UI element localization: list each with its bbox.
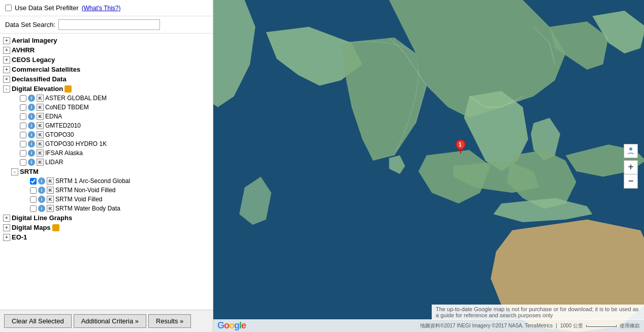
street-view-button[interactable] (624, 144, 638, 158)
results-button[interactable]: Results » (148, 314, 191, 328)
info-coned[interactable] (28, 104, 35, 111)
expand-declassified[interactable] (3, 76, 10, 83)
info-lidar[interactable] (28, 159, 35, 166)
check-gtopo30[interactable] (20, 132, 26, 138)
k-gtopo30[interactable] (37, 131, 44, 138)
check-srtm-vf[interactable] (30, 196, 37, 203)
map-marker[interactable]: 1 (455, 139, 467, 158)
k-coned[interactable] (37, 104, 44, 111)
check-lidar[interactable] (20, 159, 26, 166)
category-avhrr[interactable]: AVHRR (0, 45, 213, 55)
leaf-srtm-nv (21, 187, 28, 194)
dataset-ifsar[interactable]: IFSAR Alaska (0, 148, 213, 158)
map-attribution: 地圖資料©2017 INEGI Imagery ©2017 NASA, Terr… (420, 322, 640, 329)
dataset-edna[interactable]: EDNA (0, 112, 213, 121)
k-srtm-wb[interactable] (47, 205, 54, 212)
leaf-srtm1 (21, 177, 28, 185)
check-ifsar[interactable] (20, 150, 26, 157)
expand-commercial[interactable] (3, 66, 10, 73)
info-srtm-nv[interactable] (38, 187, 45, 194)
category-commercial[interactable]: Commercial Satellites (0, 65, 213, 74)
leaf-gmted (11, 122, 18, 129)
expand-eo1[interactable] (3, 234, 10, 241)
prefilter-checkbox[interactable] (5, 5, 12, 11)
map-svg (213, 0, 644, 332)
category-digital-maps[interactable]: Digital Maps (0, 223, 213, 232)
k-gmted[interactable] (37, 122, 44, 129)
category-digital-line[interactable]: Digital Line Graphs (0, 213, 213, 223)
check-aster[interactable] (20, 95, 26, 102)
dataset-lidar[interactable]: LIDAR (0, 158, 213, 167)
check-gtopo30hydro[interactable] (20, 141, 26, 147)
dataset-gtopo30[interactable]: GTOPO30 (0, 130, 213, 139)
leaf-lidar (11, 159, 18, 166)
expand-srtm[interactable] (11, 168, 18, 175)
dataset-srtm1[interactable]: SRTM 1 Arc-Second Global (0, 176, 213, 186)
dataset-aster[interactable]: ASTER GLOBAL DEM (0, 94, 213, 103)
additional-criteria-button[interactable]: Additional Criteria » (74, 314, 146, 328)
dataset-coned[interactable]: CoNED TBDEM (0, 103, 213, 112)
check-srtm-nv[interactable] (30, 187, 37, 194)
check-srtm1[interactable] (30, 178, 37, 185)
check-edna[interactable] (20, 113, 26, 120)
category-digital-elevation[interactable]: Digital Elevation (0, 84, 213, 94)
whats-this-link[interactable]: (What's This?) (82, 5, 121, 12)
check-coned[interactable] (20, 104, 26, 111)
map-footer: Google 地圖資料©2017 INEGI Imagery ©2017 NAS… (213, 319, 644, 332)
expand-digital-elevation[interactable] (3, 85, 10, 93)
info-gtopo30[interactable] (28, 131, 35, 138)
k-lidar[interactable] (37, 159, 44, 166)
category-eo1[interactable]: EO-1 (0, 232, 213, 242)
info-aster[interactable] (28, 95, 35, 102)
category-srtm[interactable]: SRTM (0, 167, 213, 176)
info-edna[interactable] (28, 113, 35, 120)
leaf-edna (11, 113, 18, 120)
k-ifsar[interactable] (37, 149, 44, 157)
info-srtm-vf[interactable] (38, 196, 45, 203)
k-edna[interactable] (37, 113, 44, 120)
expand-ceos[interactable] (3, 56, 10, 64)
k-aster[interactable] (37, 95, 44, 102)
expand-digital-line[interactable] (3, 215, 10, 222)
check-srtm-wb[interactable] (30, 205, 37, 212)
dataset-srtm-wb[interactable]: SRTM Water Body Data (0, 204, 213, 213)
tree-container[interactable]: Aerial Imagery AVHRR CEOS Legacy Commerc… (0, 34, 213, 310)
dataset-srtm-vf[interactable]: SRTM Void Filled (0, 195, 213, 204)
svg-point-2 (629, 147, 632, 150)
category-ceos[interactable]: CEOS Legacy (0, 55, 213, 65)
info-srtm-wb[interactable] (38, 205, 45, 212)
leaf-aster (11, 95, 18, 102)
bottom-bar: Clear All Selected Additional Criteria »… (0, 310, 213, 332)
category-declassified[interactable]: Declassified Data (0, 74, 213, 84)
info-gmted[interactable] (28, 122, 35, 129)
info-ifsar[interactable] (28, 149, 35, 157)
terms-link[interactable]: 使用條款 (620, 322, 640, 329)
prefilter-label[interactable]: Use Data Set Prefilter (15, 4, 79, 12)
zoom-controls: + − (624, 144, 638, 189)
check-gmted[interactable] (20, 123, 26, 129)
leaf-srtm-wb (21, 205, 28, 212)
k-srtm1[interactable] (47, 177, 54, 185)
pin-digital-maps (52, 224, 59, 231)
info-gtopo30hydro[interactable] (28, 140, 35, 147)
expand-avhrr[interactable] (3, 47, 10, 54)
expand-aerial[interactable] (3, 37, 10, 44)
search-input[interactable] (58, 19, 160, 30)
dataset-srtm-nv[interactable]: SRTM Non-Void Filled (0, 186, 213, 195)
dataset-gmted[interactable]: GMTED2010 (0, 121, 213, 130)
search-label: Data Set Search: (5, 21, 55, 28)
category-aerial[interactable]: Aerial Imagery (0, 36, 213, 45)
expand-digital-maps[interactable] (3, 224, 10, 231)
clear-all-button[interactable]: Clear All Selected (4, 314, 72, 328)
k-srtm-nv[interactable] (47, 187, 54, 194)
left-panel: Use Data Set Prefilter (What's This?) Da… (0, 0, 213, 332)
info-srtm1[interactable] (38, 177, 45, 185)
leaf-gtopo30 (11, 131, 18, 138)
k-srtm-vf[interactable] (47, 196, 54, 203)
k-gtopo30hydro[interactable] (37, 140, 44, 147)
map-container[interactable]: 1 + − The up-to-date Google map is not f… (213, 0, 644, 332)
zoom-in-button[interactable]: + (624, 160, 638, 174)
dataset-gtopo30hydro[interactable]: GTOPO30 HYDRO 1K (0, 139, 213, 148)
zoom-out-button[interactable]: − (624, 174, 638, 189)
leaf-ifsar (11, 149, 18, 157)
